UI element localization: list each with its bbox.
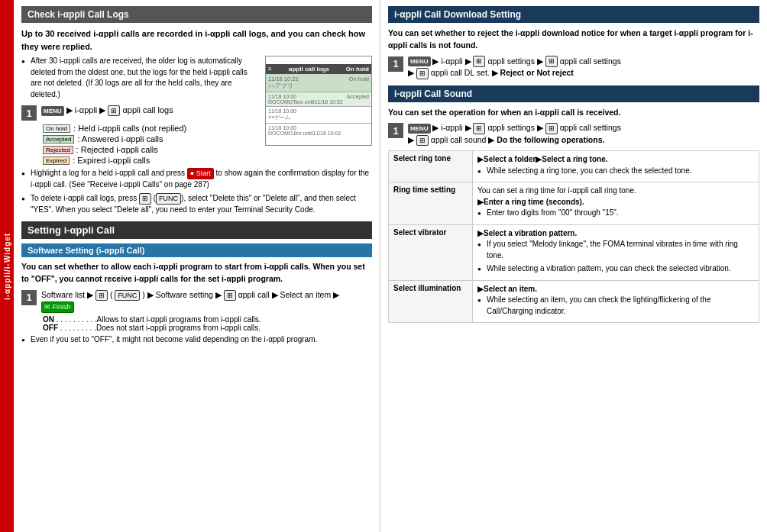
setting-section-header: Setting i-αppli Call: [21, 221, 372, 239]
log-row-onhold: On hold : Held i-αppli calls (not replie…: [43, 124, 259, 133]
badge-rejected: Rejected: [43, 146, 73, 154]
illumination-action: ▶Select an item.: [477, 285, 537, 293]
sw-appli-btn: ⊞: [224, 290, 236, 301]
ringtime-content: You can set a ring time for i-αppli call…: [473, 182, 759, 225]
sound-step-text5: αppli call sound ▶: [431, 135, 497, 144]
vibrator-content: ▶Select a vibration pattern. If you sele…: [473, 224, 759, 280]
vibrator-bullet-2: While selecting a vibration pattern, you…: [477, 263, 754, 275]
left-bullet-2: Highlight a log for a held i-αppli call …: [21, 168, 372, 191]
table-row-vibrator: Select vibrator ▶Select a vibration patt…: [389, 224, 759, 280]
sound-section-header: i-αppli Call Sound: [388, 85, 759, 102]
log-row-accepted: Accepted : Answered i-αppli calls: [43, 134, 259, 143]
download-step-number: 1: [388, 56, 403, 72]
func-label: FUNC: [156, 193, 181, 205]
dl-key1: ⊞: [473, 56, 485, 67]
sound-step-text1: ▶ i-αppli ▶: [432, 123, 473, 132]
table-row-illumination: Select illumination ▶Select an item. Whi…: [389, 280, 759, 323]
download-step-1: 1 MENU ▶ i-αppli ▶ ⊞ αppli settings ▶ ⊞ …: [388, 56, 759, 79]
log-row-expired: Expired : Expired i-αppli calls: [43, 156, 372, 165]
badge-rejected-text: : Rejected i-αppli calls: [76, 145, 158, 154]
download-section-header: i-αppli Call Download Setting: [388, 6, 759, 23]
ringtime-desc: You can set a ring time for i-αppli call…: [477, 186, 636, 195]
software-step-content: Software list ▶ ⊞ ( FUNC ) ▶ Software se…: [41, 289, 372, 313]
page-container: i-αppli/i-Widget Check i-αppli Call Logs…: [0, 0, 767, 532]
badge-accepted-text: : Answered i-αppli calls: [77, 134, 163, 143]
software-step-number: 1: [21, 290, 37, 305]
dl-key2: ⊞: [545, 56, 558, 67]
sw-func-btn: FUNC: [115, 290, 140, 301]
step-1-text: ▶ i-αppli ▶: [66, 105, 108, 114]
left-bullet-3: To delete i-αppli call logs, press ⊞ (FU…: [21, 193, 372, 216]
sound-step-number: 1: [388, 123, 403, 138]
dl-step-text5: αppli call DL set. ▶: [431, 68, 500, 77]
badge-accepted: Accepted: [43, 135, 74, 143]
sound-step-text2: αppli settings ▶: [487, 123, 545, 132]
sw-finish-btn: ✉ Finish: [41, 301, 74, 313]
on-text: ON . . . . . . . . . .Allows to start i-…: [43, 315, 372, 324]
right-column: i-αppli Call Download Setting You can se…: [380, 0, 767, 532]
left-intro: Up to 30 received i-αppli calls are reco…: [21, 27, 372, 53]
sidebar-label: i-αppli/i-Widget: [0, 0, 14, 532]
sound-key1: ⊞: [473, 123, 485, 134]
setting-section-title: Setting i-αppli Call: [28, 224, 115, 236]
download-section-title: i-αppli Call Download Setting: [394, 9, 521, 20]
left-column: Check i-αppli Call Logs Up to 30 receive…: [14, 0, 380, 532]
left-section-title: Check i-αppli Call Logs: [28, 9, 129, 20]
ringtime-bullet: Enter two digits from "00" through "15".: [477, 208, 754, 219]
ringtone-label: Select ring tone: [389, 151, 473, 182]
func-btn[interactable]: ⊞: [139, 193, 151, 205]
download-intro: You can set whether to reject the i-αppl…: [388, 27, 759, 52]
software-intro: You can set whether to allow each i-αppl…: [21, 261, 372, 285]
sound-settings-table: Select ring tone ▶Select a folder▶Select…: [388, 150, 759, 323]
software-step-1: 1 Software list ▶ ⊞ ( FUNC ) ▶ Software …: [21, 289, 372, 313]
table-row-ringtone: Select ring tone ▶Select a folder▶Select…: [389, 151, 759, 182]
illumination-bullet: While selecting an item, you can check t…: [477, 295, 754, 317]
sound-step-text4: ▶: [408, 135, 416, 144]
vibrator-bullet-1: If you select "Melody linkage", the FOMA…: [477, 239, 754, 261]
step-content-1: MENU ▶ i-αppli ▶ ⊞ αppli call logs: [41, 105, 259, 116]
step-number-1: 1: [21, 105, 37, 121]
badge-expired: Expired: [43, 156, 70, 165]
sw-step-text: Software list ▶: [41, 290, 95, 299]
illumination-content: ▶Select an item. While selecting an item…: [473, 280, 759, 323]
sound-key2: ⊞: [545, 123, 558, 134]
badge-onhold: On hold: [43, 124, 70, 133]
left-section-header: Check i-αppli Call Logs: [21, 6, 372, 23]
dl-menu-key: MENU: [408, 56, 431, 66]
start-btn[interactable]: ● Start: [187, 168, 214, 179]
ringtone-bullet: While selecting a ring tone, you can che…: [477, 166, 754, 177]
dl-reject-text: Reject or Not reject: [500, 68, 574, 77]
dl-step-text3: αppli call settings: [560, 56, 621, 66]
log-row-rejected: Rejected : Rejected i-αppli calls: [43, 145, 259, 154]
sw-step-text3: ) ▶ Software setting ▶: [142, 290, 223, 299]
dl-step-text4: ▶: [408, 68, 416, 77]
ringtone-content: ▶Select a folder▶Select a ring tone. Whi…: [473, 151, 759, 182]
sound-do-text: Do the following operations.: [497, 135, 604, 144]
appli-key: ⊞: [108, 105, 120, 117]
badge-onhold-text: : Held i-αppli calls (not replied): [73, 124, 186, 133]
software-sub-header: Software Setting (i-αppli Call): [21, 243, 372, 257]
dl-step-text2: αppli settings ▶: [487, 56, 545, 66]
dl-key3: ⊞: [416, 68, 429, 79]
menu-key-icon: MENU: [41, 106, 64, 116]
sound-menu-key: MENU: [408, 124, 431, 134]
table-row-ringtime: Ring time setting You can set a ring tim…: [389, 182, 759, 225]
ringtime-action: ▶Enter a ring time (seconds).: [477, 198, 584, 206]
software-sub-title: Software Setting (i-αppli Call): [28, 246, 144, 255]
sound-step-content: MENU ▶ i-αppli ▶ ⊞ αppli settings ▶ ⊞ αp…: [408, 122, 759, 146]
sw-key-btn: ⊞: [95, 290, 108, 301]
main-content: Check i-αppli Call Logs Up to 30 receive…: [14, 0, 767, 532]
step-1-text2: αppli call logs: [122, 105, 173, 114]
vibrator-label: Select vibrator: [389, 224, 473, 280]
sw-step-text4: αppli call ▶ Select an item ▶: [238, 290, 339, 299]
sound-step-text3: αppli call settings: [560, 123, 621, 132]
sound-section-title: i-αppli Call Sound: [394, 89, 472, 99]
vibrator-action: ▶Select a vibration pattern.: [477, 229, 577, 237]
illumination-label: Select illumination: [389, 280, 473, 323]
badge-expired-text: : Expired i-αppli calls: [73, 156, 150, 165]
sw-step-text2: (: [110, 290, 113, 299]
ringtone-action: ▶Select a folder▶Select a ring tone.: [477, 155, 608, 163]
ringtime-label: Ring time setting: [389, 182, 473, 225]
off-text: OFF . . . . . . . . .Does not start i-αp…: [43, 324, 372, 332]
software-last-bullet: Even if you set to "OFF", it might not b…: [21, 334, 372, 346]
